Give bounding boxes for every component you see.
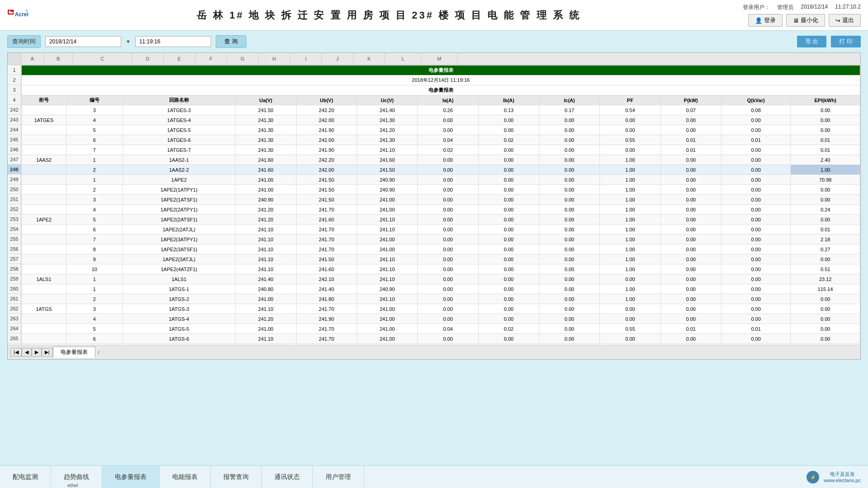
header-cell: Ub(V) [296,95,357,105]
header-cell: 回路名称 [123,95,235,105]
table-row: 1ATGS31ATGS-3241.10241.70241.000.000.000… [22,304,860,314]
table-row: 1APE251APE2(2ATSF1)241.20241.60241.100.0… [22,215,860,225]
table-row: 61ATGES-6241.30242.00241.300.040.020.000… [22,135,860,145]
minimize-icon: 🖥 [793,17,799,24]
nav-item-power-monitor[interactable]: 配电监测 [0,466,51,488]
header-cell: PF [600,95,660,105]
table-row: 1AAS211AAS2-1241.60242.20241.600.000.000… [22,155,860,165]
col-header-f: F [195,53,227,65]
table-row: 61APE2(2ATJL)241.10241.70241.100.000.000… [22,225,860,235]
svg-text:Acrel: Acrel [15,11,28,17]
table-row: 31APE2(1ATSF1)240.90241.50241.000.000.00… [22,195,860,205]
header-cell: Ic(A) [539,95,599,105]
brand-line2: www.electans.pc [824,478,861,483]
table-row: 71APE2(3ATPY1)241.10241.70241.000.000.00… [22,235,860,244]
bottom-nav-items: 配电监测 趋势曲线 电参量报表 电能报表 报警查询 通讯状态 用户管理 [0,466,364,488]
header-cell: Ib(A) [478,95,539,105]
sheet-nav-next[interactable]: ▶ [32,348,42,357]
brand-logo: 电子及反发 www.electans.pc [824,471,861,483]
svg-rect-1 [9,10,11,13]
col-header-c: C [73,53,132,65]
col-header-h: H [259,53,290,65]
table-row: 101APE2(4ATZF1)241.10241.60241.100.000.0… [22,264,860,274]
corner-cell [8,53,21,65]
user-name: 管理员 [777,4,793,11]
query-button[interactable]: 查 询 [216,35,246,48]
sheet-nav-last[interactable]: ▶| [42,348,53,357]
nav-item-comm-status[interactable]: 通讯状态 [262,466,313,488]
export-button[interactable]: 导 出 [797,36,827,47]
header-cell: Ia(A) [418,95,478,105]
nav-item-energy-report[interactable]: 电能报表 [160,466,211,488]
sheet-nav: |◀ ◀ ▶ ▶| 电参量报表 / [8,345,860,359]
svg-text:R: R [26,10,27,11]
data-table: 电参量报表 2018年12月14日 11:19:16 电参量报表 柜号 编号 回… [21,65,860,345]
sheet-tab-report[interactable]: 电参量报表 [53,347,95,358]
minimize-button[interactable]: 🖥 最小化 [786,14,825,27]
col-header-b: B [44,53,73,65]
col-header-d: D [132,53,164,65]
col-header-k: K [354,53,385,65]
query-time-label: 查询时间 [7,35,41,48]
header-buttons: 👤 登录 🖥 最小化 ↪ 退出 [748,14,861,27]
header-cell: P(kW) [660,95,721,105]
table-row: 1ATGES41ATGES-4241.30242.00241.300.000.0… [22,115,860,125]
sheet-tab-slash: / [95,350,99,355]
header-cell: Q(kVar) [721,95,791,105]
table-row: 61ATGS-6241.10241.70241.000.000.000.000.… [22,334,860,344]
table-row: 21AAS2-2241.60242.00241.500.000.000.001.… [22,165,860,175]
table-row: 11ATGS-1240.80241.40240.900.000.000.001.… [22,284,860,294]
header: Acrel R 岳 林 1# 地 块 拆 迁 安 置 用 房 项 目 23# 楼… [0,0,868,31]
table-row: 21ATGS-2241.00241.80241.100.000.000.001.… [22,294,860,304]
table-row: 71ATGES-7241.30241.90241.100.020.000.000… [22,145,860,155]
login-date: 2018/12/14 [801,4,828,11]
subtitle-cell: 电参量报表 [22,85,860,95]
svg-text:⚡: ⚡ [810,474,816,480]
table-row: 1ALS111ALS1241.40242.10241.100.000.000.0… [22,274,860,284]
nav-item-user-mgmt[interactable]: 用户管理 [313,466,364,488]
table-row: 31ATGES-3241.50242.20241.400.260.130.170… [22,105,860,115]
scrollbar-spacer [458,53,464,65]
exit-icon: ↪ [835,17,840,24]
date-input[interactable] [45,36,121,47]
header-cell: Ua(V) [236,95,296,105]
col-header-i: I [290,53,322,65]
acrel-logo: Acrel R [7,6,29,24]
table-row: 81APE2(3ATSF1)241.10241.70241.000.000.00… [22,244,860,254]
table-row: 11APE2241.00241.50240.900.000.000.001.00… [22,175,860,185]
date-cell: 2018年12月14日 11:19:16 [22,75,860,85]
bottom-nav: 配电监测 趋势曲线 电参量报表 电能报表 报警查询 通讯状态 用户管理 ⚡ 电子… [0,465,868,488]
header-cell: EPI(kWh) [791,95,860,105]
col-header-m: M [421,53,458,65]
spreadsheet-container: A B C D E F G H I J K L M 1 2 3 4 242 24… [7,52,861,360]
data-area: 1 2 3 4 242 243 244 245 246 247 248 249 … [8,65,860,345]
user-info: 登录用户： 管理员 2018/12/14 11:27:10.2 [743,4,861,11]
toolbar: 查询时间 ▼ 查 询 导 出 打 印 [0,31,868,52]
header-cell: 柜号 [22,95,66,105]
col-header-j: J [322,53,354,65]
header-cell: 编号 [66,95,123,105]
sheet-nav-first[interactable]: |◀ [10,348,22,357]
user-label: 登录用户： [743,4,770,11]
nav-item-elec-report[interactable]: 电参量报表 [102,466,160,488]
arrow-icon: ▼ [126,39,131,44]
col-header-e: E [164,53,195,65]
table-row: 41ATGS-4241.20241.90241.000.000.000.000.… [22,314,860,324]
exit-button[interactable]: ↪ 退出 [829,14,861,27]
brand-line1: 电子及反发 [824,471,861,478]
login-button[interactable]: 👤 登录 [748,14,783,27]
title-cell: 电参量报表 [22,66,860,75]
table-scroll[interactable]: 电参量报表 2018年12月14日 11:19:16 电参量报表 柜号 编号 回… [21,65,860,345]
login-time: 11:27:10.2 [835,4,861,11]
table-row: 电参量报表 [22,85,860,95]
table-row: 51ATGES-5241.30241.90241.200.000.000.000… [22,125,860,135]
col-headers-row: A B C D E F G H I J K L M [8,53,860,65]
header-right: 登录用户： 管理员 2018/12/14 11:27:10.2 👤 登录 🖥 最… [689,4,861,27]
col-header-a: A [21,53,44,65]
table-row: 21APE2(1ATPY1)241.00241.50240.900.000.00… [22,185,860,195]
print-button[interactable]: 打 印 [831,36,861,47]
sheet-nav-prev[interactable]: ◀ [22,348,32,357]
time-input[interactable] [135,36,211,47]
nav-item-alarm-query[interactable]: 报警查询 [211,466,262,488]
footer-text: ethel [67,483,78,488]
